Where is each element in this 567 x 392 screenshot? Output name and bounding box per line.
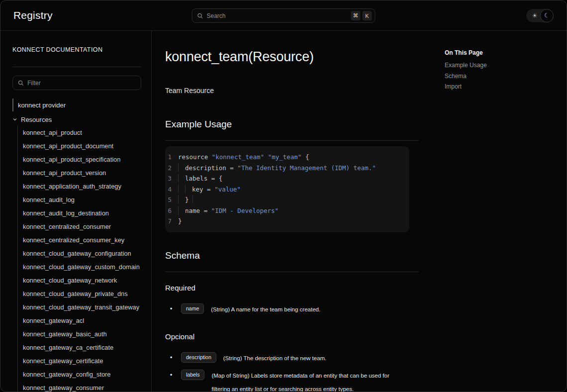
code-text: labels = {: [178, 173, 222, 184]
sidebar-item[interactable]: konnect_cloud_gateway_custom_domain: [23, 260, 141, 274]
sidebar-item[interactable]: konnect_gateway_config_store: [23, 368, 141, 381]
bullet-icon: •: [170, 369, 176, 381]
moon-icon[interactable]: ☾: [540, 9, 554, 22]
main-content: konnect_team(Resource) Team Resource Exa…: [152, 31, 567, 392]
code-line: 5}: [165, 195, 409, 205]
code-text: description = "The Identity Management (…: [178, 163, 376, 174]
plain-token: {: [301, 153, 309, 161]
sidebar-item[interactable]: konnect_cloud_gateway_configuration: [23, 247, 141, 260]
string-token: "The Identity Management (IDM) team.": [237, 164, 376, 172]
search-input[interactable]: Search ⌘ K: [192, 8, 376, 23]
code-line: 3labels = {: [165, 173, 409, 184]
sidebar-item[interactable]: konnect_gateway_acl: [23, 314, 141, 327]
toc-title: On This Page: [445, 49, 487, 56]
sidebar-item[interactable]: konnect_audit_log_destination: [23, 206, 141, 220]
sidebar-item[interactable]: konnect_cloud_gateway_private_dns: [23, 287, 141, 300]
sidebar-group-resources[interactable]: Resources: [12, 113, 141, 126]
sidebar-item[interactable]: konnect_api_product_specification: [23, 153, 141, 166]
indent-guide: [178, 206, 185, 214]
indent-guide: [192, 195, 199, 203]
sidebar-item[interactable]: konnect_application_auth_strategy: [23, 180, 141, 193]
on-this-page: On This Page Example UsageSchemaImport: [445, 49, 487, 94]
sidebar-item[interactable]: konnect_centralized_consumer: [23, 220, 141, 233]
page-title: konnect_team(Resource): [165, 49, 419, 65]
plain-token: [264, 153, 268, 161]
line-number: 2: [165, 163, 178, 174]
attribute-description: (Map of String) Labels store metadata of…: [211, 369, 401, 392]
theme-toggle[interactable]: ☀ ☾: [526, 9, 554, 22]
bullet-icon: •: [170, 303, 176, 315]
optional-list: •description(String) The description of …: [165, 352, 419, 392]
top-bar: Registry Search ⌘ K ☀ ☾: [0, 0, 567, 31]
toc-list: Example UsageSchemaImport: [445, 62, 487, 94]
required-list: •name(String) A name for the team being …: [165, 303, 419, 316]
code-text: }: [178, 195, 199, 205]
section-heading-schema: Schema: [165, 250, 419, 261]
attribute-chip: name: [181, 303, 204, 314]
sidebar-item[interactable]: konnect_gateway_consumer: [23, 381, 141, 392]
section-heading-example-usage: Example Usage: [165, 119, 419, 130]
string-token: "konnect_team": [212, 153, 264, 161]
sidebar-group-label: Resources: [21, 116, 52, 123]
string-token: "IDM - Developers": [211, 207, 279, 214]
k-key-badge: K: [363, 11, 372, 20]
chevron-down-icon: [12, 117, 17, 122]
filter-placeholder: Filter: [27, 80, 41, 87]
indent-guide: [185, 185, 192, 193]
sidebar: KONNECT DOCUMENTATION Filter konnect pro…: [0, 31, 152, 392]
indent-guide: [178, 195, 185, 203]
code-text: name = "IDM - Developers": [178, 205, 279, 216]
string-token: "value": [214, 186, 241, 193]
code-line: 2description = "The Identity Management …: [165, 163, 409, 174]
sidebar-item[interactable]: konnect_api_product: [23, 126, 141, 139]
toc-link[interactable]: Schema: [445, 73, 487, 84]
divider: [165, 272, 419, 272]
search-shortcut: ⌘ K: [351, 11, 372, 20]
filter-input[interactable]: Filter: [12, 76, 141, 90]
sidebar-item[interactable]: konnect_cloud_gateway_transit_gateway: [23, 300, 141, 314]
sidebar-item[interactable]: konnect_gateway_certificate: [23, 354, 141, 368]
schema-item: •description(String) The description of …: [165, 352, 419, 365]
code-text: }: [178, 216, 182, 227]
attribute-chip: description: [181, 352, 216, 363]
app-window: Registry Search ⌘ K ☀ ☾ KONNECT DOCUMENT…: [0, 0, 567, 392]
line-number: 4: [165, 184, 178, 195]
code-line: 6name = "IDM - Developers": [165, 205, 409, 216]
sidebar-item[interactable]: konnect_centralized_consumer_key: [23, 233, 141, 247]
toc-link[interactable]: Import: [445, 83, 487, 94]
attribute-description: (String) A name for the team being creat…: [211, 303, 320, 316]
bullet-icon: •: [170, 352, 176, 364]
cmd-key-badge: ⌘: [351, 11, 361, 20]
indent-guide: [178, 174, 185, 182]
search-placeholder: Search: [207, 12, 348, 19]
plain-token: labels = {: [185, 175, 222, 182]
plain-token: description =: [185, 164, 237, 172]
line-number: 1: [165, 152, 178, 163]
indent-guide: [178, 185, 185, 193]
brand-link[interactable]: Registry: [13, 9, 53, 21]
page-subtitle: Team Resource: [165, 87, 419, 95]
search-icon: [197, 13, 203, 19]
code-text: key = "value": [178, 184, 241, 195]
plain-token: key =: [192, 186, 214, 193]
code-line: 4key = "value": [165, 184, 409, 195]
code-line: 1resource "konnect_team" "my_team" {: [165, 152, 409, 163]
code-line: 7}: [165, 216, 409, 227]
code-text: resource "konnect_team" "my_team" {: [178, 152, 309, 163]
divider: [165, 140, 419, 141]
schema-item: •labels(Map of String) Labels store meta…: [165, 369, 419, 392]
sidebar-item[interactable]: konnect_gateway_ca_certificate: [23, 341, 141, 354]
sidebar-item[interactable]: konnect_api_product_version: [23, 166, 141, 180]
sidebar-item[interactable]: konnect_audit_log: [23, 193, 141, 206]
line-number: 5: [165, 195, 178, 205]
indent-guide: [178, 163, 185, 172]
sidebar-item-konnect-provider[interactable]: konnect provider: [12, 98, 141, 111]
sidebar-item[interactable]: konnect_api_product_document: [23, 139, 141, 153]
line-number: 7: [165, 216, 178, 227]
subsection-heading-optional: Opcional: [165, 332, 419, 341]
sun-icon[interactable]: ☀: [529, 10, 540, 21]
toc-link[interactable]: Example Usage: [445, 62, 487, 73]
attribute-description: (String) The description of the new team…: [223, 352, 327, 365]
sidebar-item[interactable]: konnect_gateway_basic_auth: [23, 327, 141, 341]
sidebar-item[interactable]: konnect_cloud_gateway_network: [23, 274, 141, 287]
